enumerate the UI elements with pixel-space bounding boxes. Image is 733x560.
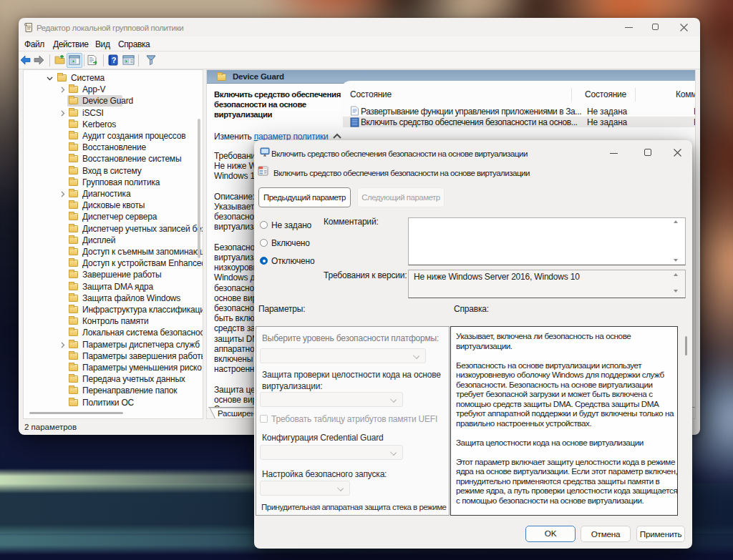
svg-text:?: ?: [112, 56, 117, 64]
